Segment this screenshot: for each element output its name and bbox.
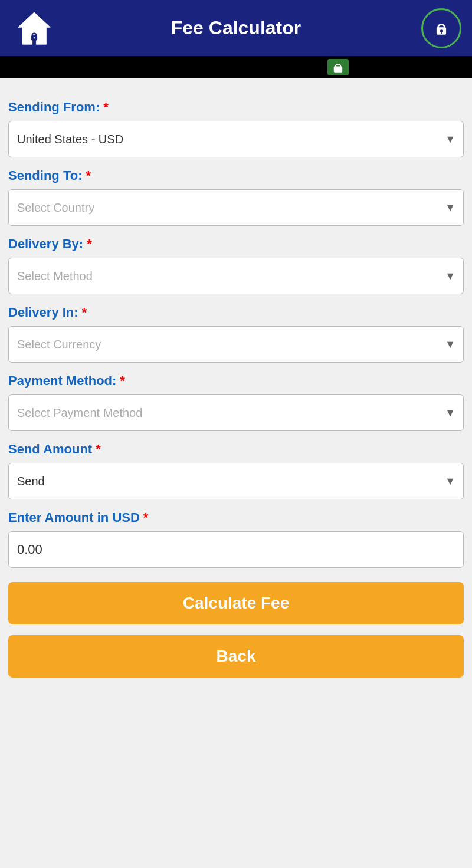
- back-button[interactable]: Back: [8, 635, 464, 678]
- notif-lock-icon: [327, 59, 349, 75]
- svg-point-6: [440, 29, 443, 32]
- sending-to-label: Sending To:*: [8, 168, 464, 183]
- payment-method-label: Payment Method:*: [8, 373, 464, 389]
- delivery-by-wrapper: Select Method ▼: [8, 258, 464, 294]
- notification-bar: [0, 56, 472, 78]
- payment-method-wrapper: Select Payment Method ▼: [8, 394, 464, 431]
- svg-rect-2: [32, 33, 37, 37]
- send-amount-wrapper: Send ▼: [8, 463, 464, 499]
- enter-amount-label: Enter Amount in USD*: [8, 510, 464, 525]
- send-amount-label: Send Amount*: [8, 442, 464, 457]
- app-header: Fee Calculator: [0, 0, 472, 56]
- amount-input[interactable]: [8, 531, 464, 568]
- sending-to-wrapper: Select Country ▼: [8, 189, 464, 226]
- delivery-in-wrapper: Select Currency ▼: [8, 326, 464, 363]
- calculate-fee-button[interactable]: Calculate Fee: [8, 582, 464, 624]
- delivery-by-select[interactable]: Select Method: [8, 258, 464, 294]
- sending-from-label: Sending From:*: [8, 100, 464, 115]
- delivery-by-label: Delivery By:*: [8, 236, 464, 252]
- sending-to-select[interactable]: Select Country: [8, 189, 464, 226]
- lock-circle-button[interactable]: [421, 8, 461, 48]
- svg-rect-5: [438, 24, 445, 29]
- delivery-in-select[interactable]: Select Currency: [8, 326, 464, 363]
- sending-from-select[interactable]: United States - USD: [8, 121, 464, 157]
- home-button[interactable]: [11, 5, 58, 52]
- svg-rect-8: [334, 67, 342, 73]
- svg-point-3: [34, 37, 35, 38]
- main-content: Sending From:* United States - USD ▼ Sen…: [0, 78, 472, 695]
- delivery-in-label: Delivery In:*: [8, 305, 464, 320]
- send-amount-select[interactable]: Send: [8, 463, 464, 499]
- sending-from-wrapper: United States - USD ▼: [8, 121, 464, 157]
- page-title: Fee Calculator: [171, 17, 301, 39]
- payment-method-select[interactable]: Select Payment Method: [8, 394, 464, 431]
